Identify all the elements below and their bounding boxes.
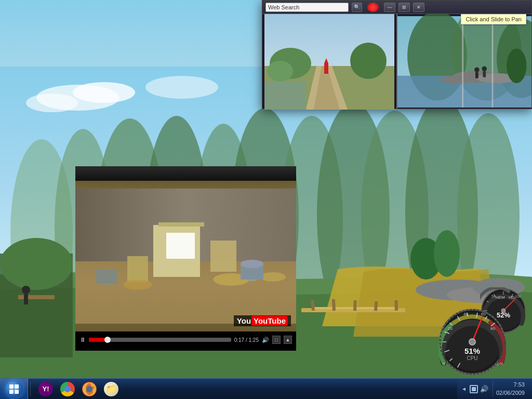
video-content: YouYouTube xyxy=(75,181,296,331)
video-controls: ⏸ 0:17 / 1:25 🔊 □ ▲ xyxy=(75,331,296,348)
svg-point-72 xyxy=(260,272,286,282)
svg-point-54 xyxy=(440,76,474,84)
svg-rect-28 xyxy=(332,299,336,311)
svg-rect-26 xyxy=(312,307,395,309)
taskbar-quick-launch: Y! 📁 xyxy=(33,379,124,399)
taskbar: Y! 📁 ◄ xyxy=(0,378,532,399)
tray-icons: 🔊 xyxy=(470,385,488,393)
svg-rect-56 xyxy=(475,72,478,78)
clock-area[interactable]: 7:53 02/06/2009 xyxy=(493,381,528,397)
gauge-container: 0 50 100 HEM HD 52% xyxy=(433,287,527,376)
network-icon xyxy=(470,385,478,393)
pano-right-panel[interactable] xyxy=(397,14,531,110)
svg-text:80: 80 xyxy=(490,326,495,331)
svg-rect-60 xyxy=(462,16,463,108)
taskbar-icon-yahoo[interactable]: Y! xyxy=(35,379,56,399)
taskbar-divider-1 xyxy=(30,382,31,396)
system-tray: ◄ 🔊 7:53 02/06/2009 xyxy=(457,379,532,399)
svg-point-57 xyxy=(482,66,487,72)
svg-rect-67 xyxy=(166,233,195,259)
taskbar-icon-firefox[interactable] xyxy=(79,379,100,399)
svg-text:HEM: HEM xyxy=(496,295,505,300)
svg-text:51%: 51% xyxy=(464,347,480,355)
svg-text:50: 50 xyxy=(491,295,496,298)
pano-search-button[interactable]: 🔍 xyxy=(352,3,362,12)
svg-text:100: 100 xyxy=(515,295,521,298)
video-player: YouYouTube ⏸ 0:17 / 1:25 🔊 □ ▲ xyxy=(75,166,296,351)
volume-button[interactable]: 🔊 xyxy=(262,337,269,343)
svg-point-35 xyxy=(0,238,73,290)
svg-rect-68 xyxy=(210,241,236,272)
main-gauge: 0 20 40 60 80 100 51% CPU xyxy=(438,308,506,376)
clock-date: 02/06/2009 xyxy=(496,389,525,397)
svg-text:100: 100 xyxy=(497,362,503,366)
pano-min-button[interactable]: — xyxy=(384,3,395,12)
tray-expand-button[interactable]: ◄ xyxy=(461,386,467,392)
svg-rect-36 xyxy=(18,295,55,299)
progress-handle[interactable] xyxy=(104,337,111,343)
svg-point-59 xyxy=(507,48,526,83)
svg-rect-31 xyxy=(394,300,398,311)
pano-close-button[interactable]: ✕ xyxy=(413,3,424,12)
time-display: 0:17 / 1:25 xyxy=(234,337,259,343)
cpu-gauge-widget: 0 50 100 HEM HD 52% xyxy=(433,287,527,376)
svg-point-44 xyxy=(350,43,387,79)
svg-point-71 xyxy=(123,280,152,290)
svg-rect-30 xyxy=(374,301,378,311)
svg-text:HD: HD xyxy=(509,295,515,300)
yahoo-icon: Y! xyxy=(38,382,53,396)
svg-point-45 xyxy=(267,61,293,82)
video-title-bar xyxy=(75,166,296,181)
youtube-logo: YouYouTube xyxy=(234,315,291,326)
svg-rect-38 xyxy=(24,294,28,304)
svg-text:20: 20 xyxy=(448,326,453,331)
pan-tooltip: Click and Slide to Pan xyxy=(461,14,526,24)
pano-left-panel[interactable] xyxy=(262,14,396,110)
pano-grid-button[interactable]: ⊞ xyxy=(398,3,410,12)
explorer-icon: 📁 xyxy=(104,382,118,396)
svg-text:40: 40 xyxy=(463,312,468,316)
svg-point-4 xyxy=(145,76,218,99)
video-frame[interactable]: YouYouTube xyxy=(75,181,296,331)
svg-point-55 xyxy=(474,68,480,73)
svg-rect-58 xyxy=(483,71,486,77)
svg-point-2 xyxy=(73,82,135,103)
svg-rect-69 xyxy=(127,256,148,282)
svg-text:0: 0 xyxy=(443,362,445,366)
svg-rect-41 xyxy=(324,63,328,74)
pano-search-box[interactable]: Web Search xyxy=(265,3,349,12)
svg-rect-61 xyxy=(492,16,494,108)
svg-point-75 xyxy=(241,260,263,268)
quality-button[interactable]: □ xyxy=(272,336,281,344)
pano-toolbar: Web Search 🔍 — ⊞ ✕ xyxy=(262,1,531,14)
firefox-icon xyxy=(82,382,97,396)
clock-time: 7:53 xyxy=(496,381,525,389)
svg-point-117 xyxy=(469,339,475,345)
svg-point-37 xyxy=(22,286,30,294)
progress-bar[interactable] xyxy=(89,338,231,342)
svg-point-3 xyxy=(26,94,78,112)
taskbar-icon-explorer[interactable]: 📁 xyxy=(101,379,122,399)
pano-search-text: Web Search xyxy=(268,4,299,10)
svg-rect-46 xyxy=(264,82,306,110)
panorama-widget: Web Search 🔍 — ⊞ ✕ xyxy=(262,0,532,109)
svg-point-33 xyxy=(434,230,460,277)
speaker-icon[interactable]: 🔊 xyxy=(480,385,488,393)
pano-image-area[interactable] xyxy=(262,14,531,110)
svg-point-120 xyxy=(86,386,92,392)
svg-text:CPU: CPU xyxy=(467,355,477,361)
start-button[interactable] xyxy=(0,379,28,400)
chrome-icon xyxy=(60,382,75,396)
windows-logo xyxy=(9,384,19,394)
svg-rect-29 xyxy=(353,300,357,311)
pause-button[interactable]: ⏸ xyxy=(79,336,86,343)
pano-location-icon xyxy=(367,3,379,12)
svg-rect-77 xyxy=(96,269,117,284)
svg-rect-66 xyxy=(158,222,204,227)
taskbar-icon-chrome[interactable] xyxy=(57,379,78,399)
expand-button[interactable]: ▲ xyxy=(284,336,292,344)
start-orb[interactable] xyxy=(5,380,23,398)
